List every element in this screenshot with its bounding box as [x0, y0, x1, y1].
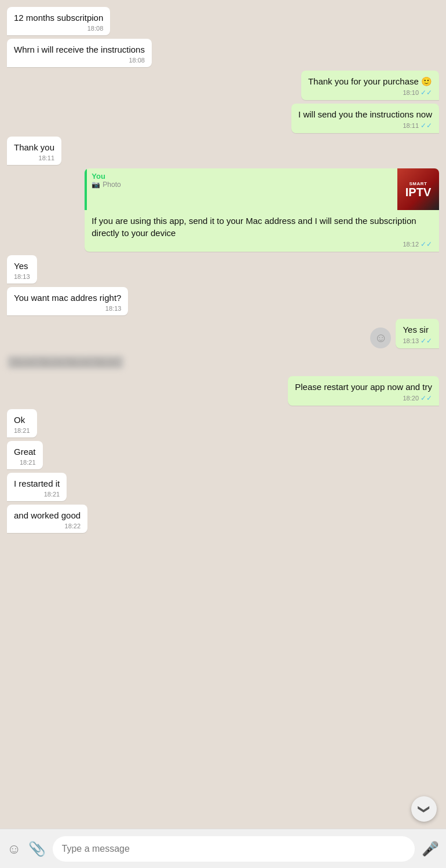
message-bubble-out: Please restart your app now and try 18:2… [288, 376, 439, 406]
scroll-to-bottom-button[interactable]: ❯ [411, 796, 437, 822]
message-with-avatar: ☺ Yes sir 18:13 ✓✓ [7, 319, 439, 348]
message-time: 18:10 [403, 89, 419, 96]
message-text: You want mac addres right? [14, 293, 121, 303]
avatar: ☺ [370, 328, 391, 348]
message-ticks: ✓✓ [421, 337, 432, 345]
message-text: Whrn i will receive the instructions [14, 45, 145, 54]
message-text: If you are using this app, send it to yo… [92, 216, 416, 238]
message-bubble-in: Ok 18:21 [7, 409, 37, 437]
attach-button[interactable]: 📎 [28, 841, 46, 857]
message-input[interactable] [53, 836, 415, 862]
message-bubble-in: 12 months subscritpion 18:08 [7, 7, 110, 35]
message-bubble-out: I will send you the instructions now 18:… [291, 104, 439, 133]
quoted-body: If you are using this app, send it to yo… [85, 210, 439, 252]
quote-sub-text: Photo [103, 181, 120, 189]
message-ticks: ✓✓ [421, 394, 432, 402]
message-time: 18:21 [14, 427, 30, 434]
message-time: 18:20 [403, 395, 419, 402]
message-text: I will send you the instructions now [298, 109, 432, 119]
message-time: 18:11 [39, 155, 55, 161]
message-time: 18:08 [129, 57, 145, 64]
message-time: 18:11 [403, 122, 419, 129]
message-bubble-out: Yes sir 18:13 ✓✓ [396, 319, 439, 348]
message-time: 18:21 [20, 459, 36, 466]
message-text: Thank you [14, 142, 54, 152]
message-bubble-in: Thank you 18:11 [7, 137, 61, 165]
message-text: Thank you for your purchase 🙂 [308, 76, 432, 86]
message-text: Ok [14, 415, 25, 425]
message-input-bar: ☺ 📎 🎤 [0, 829, 446, 868]
chevron-down-icon: ❯ [417, 804, 431, 814]
message-ticks: ✓✓ [421, 240, 432, 248]
message-text: Yes sir [403, 325, 428, 334]
message-time: 18:13 [403, 337, 419, 344]
message-text: Great [14, 447, 36, 457]
message-text: I restarted it [14, 479, 60, 488]
message-time: 18:22 [65, 523, 81, 529]
quoted-header: You 📷 Photo SMART IPTV [85, 168, 439, 210]
camera-icon: 📷 [92, 181, 100, 189]
emoji-button[interactable]: ☺ [7, 841, 21, 857]
blurred-message: blurred blurred blurred blurred [7, 355, 124, 369]
smiley-icon: ☺ [374, 330, 387, 345]
message-bubble-in: and worked good 18:22 [7, 505, 87, 533]
message-text: 12 months subscritpion [14, 13, 103, 23]
message-text: and worked good [14, 510, 81, 520]
quoted-inner: You 📷 Photo [87, 168, 397, 210]
message-time: 18:08 [87, 25, 104, 32]
quoted-message-bubble: You 📷 Photo SMART IPTV If you are using … [85, 168, 439, 252]
quote-author: You [92, 172, 393, 181]
message-bubble-out: Thank you for your purchase 🙂 18:10 ✓✓ [301, 71, 439, 100]
blurred-text: blurred blurred blurred blurred [7, 355, 124, 369]
message-time: 18:13 [105, 305, 122, 312]
message-ticks: ✓✓ [421, 122, 432, 130]
message-text: Please restart your app now and try [295, 382, 432, 392]
message-text: Yes [14, 261, 28, 271]
message-ticks: ✓✓ [421, 89, 432, 97]
message-bubble-in: I restarted it 18:21 [7, 473, 67, 501]
message-bubble-in: Whrn i will receive the instructions 18:… [7, 39, 152, 67]
iptv-label: IPTV [405, 186, 431, 198]
iptv-thumbnail: SMART IPTV [397, 168, 439, 210]
message-time: 18:12 [403, 241, 419, 248]
mic-button[interactable]: 🎤 [422, 841, 439, 857]
message-bubble-in: Yes 18:13 [7, 255, 37, 284]
message-time: 18:21 [44, 491, 60, 498]
message-bubble-in: You want mac addres right? 18:13 [7, 287, 128, 315]
message-bubble-in: Great 18:21 [7, 441, 43, 469]
message-time: 18:13 [14, 273, 30, 280]
quote-sub: 📷 Photo [92, 181, 393, 189]
chat-area: 12 months subscritpion 18:08 Whrn i will… [0, 0, 446, 829]
